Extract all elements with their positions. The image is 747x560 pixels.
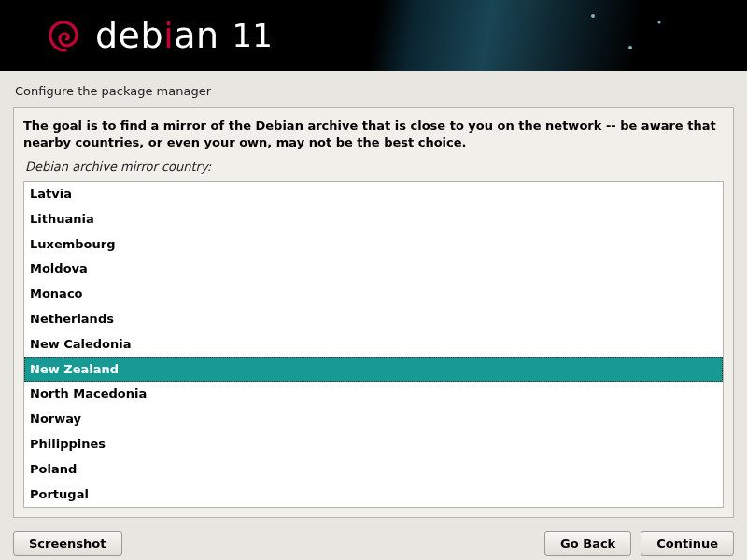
country-option[interactable]: New Zealand [24,357,723,383]
country-option[interactable]: Philippines [24,432,723,457]
page-title: Configure the package manager [0,71,747,107]
country-option[interactable]: Latvia [24,182,723,207]
version-text: 11 [233,17,273,54]
sparkle-icon [655,19,663,26]
svg-point-2 [658,21,661,24]
brand-text: debian [95,15,219,56]
country-option[interactable]: Lithuania [24,207,723,232]
sparkle-icon [588,11,598,21]
country-option[interactable]: North Macedonia [24,382,723,407]
content-panel: The goal is to find a mirror of the Debi… [13,107,734,518]
sparkle-icon [626,43,635,52]
instruction-text: The goal is to find a mirror of the Debi… [14,108,733,154]
button-bar: Screenshot Go Back Continue [0,518,747,560]
country-option[interactable]: Poland [24,457,723,483]
country-option[interactable]: New Caledonia [24,332,723,357]
country-option[interactable]: Monaco [24,282,723,307]
mirror-country-listbox[interactable]: LatviaLithuaniaLuxembourgMoldovaMonacoNe… [23,181,724,508]
list-label: Debian archive mirror country: [14,154,733,179]
country-option[interactable]: Netherlands [24,307,723,332]
installer-header: debian 11 [0,0,747,71]
svg-point-0 [591,14,595,18]
country-option[interactable]: Romania [24,507,723,508]
country-option[interactable]: Norway [24,407,723,432]
country-option[interactable]: Moldova [24,257,723,282]
screenshot-button[interactable]: Screenshot [13,531,122,556]
go-back-button[interactable]: Go Back [544,531,631,556]
svg-point-1 [628,46,632,49]
country-option[interactable]: Portugal [24,483,723,508]
continue-button[interactable]: Continue [641,531,734,556]
debian-swirl-icon [45,17,82,54]
country-option[interactable]: Luxembourg [24,232,723,258]
